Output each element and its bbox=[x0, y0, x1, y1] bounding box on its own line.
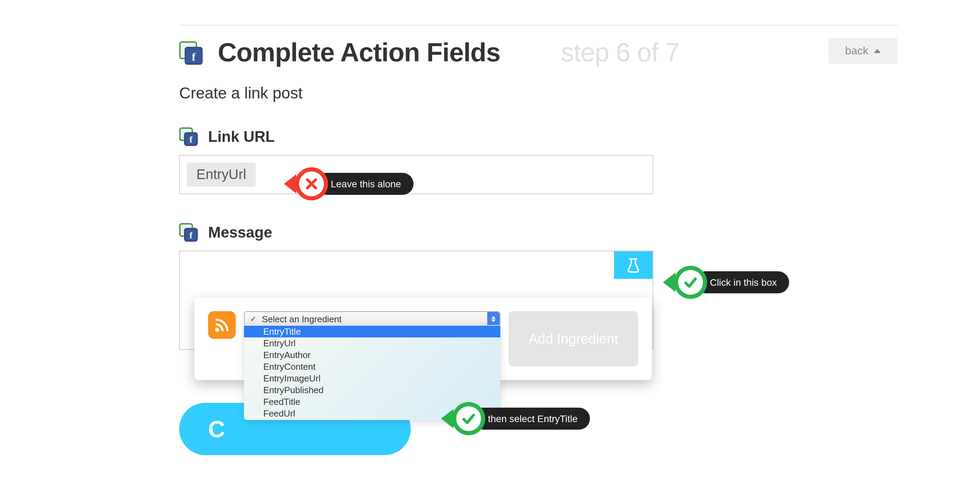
option-entryurl[interactable]: EntryUrl bbox=[244, 338, 500, 349]
ingredient-select[interactable]: ✓ Select an Ingredient EntryTitle EntryU… bbox=[244, 311, 500, 327]
annotation-click-box: Click in this box bbox=[663, 266, 789, 299]
page-title: Complete Action Fields bbox=[218, 38, 500, 68]
option-entryauthor[interactable]: EntryAuthor bbox=[244, 349, 500, 361]
chevron-up-icon bbox=[874, 49, 881, 53]
annotation-text: Click in this box bbox=[695, 271, 789, 293]
check-icon bbox=[452, 402, 485, 435]
back-label: back bbox=[845, 45, 869, 57]
annotation-text: Leave this alone bbox=[316, 173, 414, 195]
ingredient-picker-popup: ✓ Select an Ingredient EntryTitle EntryU… bbox=[194, 298, 652, 380]
select-header[interactable]: ✓ Select an Ingredient bbox=[244, 311, 500, 327]
add-ingredient-button[interactable]: Add Ingredient bbox=[509, 311, 638, 366]
link-url-input[interactable]: EntryUrl bbox=[179, 155, 653, 194]
option-entrypublished[interactable]: EntryPublished bbox=[244, 384, 500, 396]
beaker-icon bbox=[627, 257, 640, 273]
message-label: Message bbox=[208, 224, 272, 242]
step-indicator: step 6 of 7 bbox=[561, 38, 679, 68]
svg-point-1 bbox=[215, 328, 219, 332]
select-placeholder: Select an Ingredient bbox=[262, 314, 342, 324]
form-subtitle: Create a link post bbox=[179, 84, 897, 103]
facebook-pages-icon: f bbox=[179, 127, 199, 147]
ingredient-beaker-button[interactable] bbox=[614, 251, 653, 279]
annotation-select-entrytitle: then select EntryTitle bbox=[441, 402, 590, 435]
create-button-label: C bbox=[208, 415, 225, 442]
select-arrows-icon bbox=[487, 312, 500, 326]
annotation-text: then select EntryTitle bbox=[473, 407, 590, 430]
header: f Complete Action Fields step 6 of 7 bbox=[179, 38, 897, 68]
back-button[interactable]: back bbox=[828, 38, 897, 64]
option-entrycontent[interactable]: EntryContent bbox=[244, 361, 500, 373]
option-entrytitle[interactable]: EntryTitle bbox=[244, 326, 500, 338]
ingredient-tag-entryurl[interactable]: EntryUrl bbox=[187, 163, 256, 187]
annotation-leave-alone: Leave this alone bbox=[284, 167, 414, 200]
check-icon: ✓ bbox=[250, 314, 256, 323]
option-entryimageurl[interactable]: EntryImageUrl bbox=[244, 373, 500, 384]
add-ingredient-label: Add Ingredient bbox=[528, 331, 618, 347]
rss-icon bbox=[208, 311, 236, 339]
facebook-pages-icon: f bbox=[179, 41, 203, 64]
link-url-label: Link URL bbox=[208, 128, 275, 146]
check-icon bbox=[674, 266, 707, 299]
x-icon bbox=[295, 167, 328, 200]
facebook-pages-icon: f bbox=[179, 223, 199, 243]
